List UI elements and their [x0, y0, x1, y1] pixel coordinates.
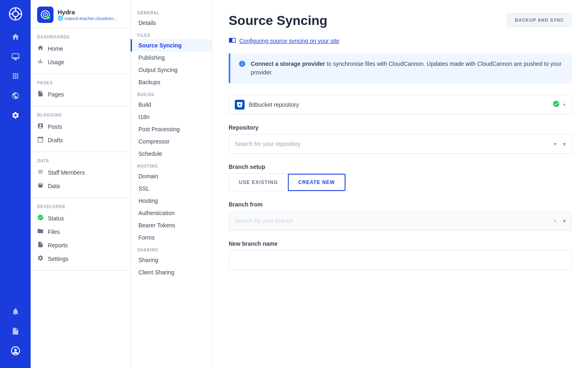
branch-tabs: USE EXISTING CREATE NEW	[229, 173, 346, 191]
nav-publishing[interactable]: Publishing	[131, 52, 212, 64]
data-label: DATA	[31, 157, 130, 166]
bitbucket-icon	[235, 100, 245, 110]
usage-icon	[37, 58, 44, 66]
dashboards-section: DASHBOARDS Home Usage	[31, 28, 130, 74]
data-icon	[37, 182, 44, 190]
main-content: Source Syncing BACKUP AND SYNC Configuri…	[212, 0, 588, 368]
sidebar-item-data[interactable]: Data	[31, 179, 130, 193]
sidebar-item-reports[interactable]: Reports	[31, 238, 130, 252]
provider-label: Bitbucket repository	[249, 101, 552, 108]
branch-from-select[interactable]: Search for your branch ▾	[229, 211, 572, 231]
builds-label: BUILDS	[131, 88, 212, 99]
staff-icon	[37, 168, 44, 176]
nav-i18n[interactable]: I18n	[131, 111, 212, 123]
general-label: GENERAL	[131, 7, 212, 17]
nav-ssl[interactable]: SSL	[131, 182, 212, 195]
reports-icon	[37, 241, 44, 249]
general-section: GENERAL Details	[131, 7, 212, 29]
nav-authentication[interactable]: Authentication	[131, 207, 212, 219]
nav-client-sharing[interactable]: Client Sharing	[131, 266, 212, 278]
provider-chevron-icon: ▾	[563, 102, 566, 108]
status-icon	[37, 214, 44, 222]
create-new-tab[interactable]: CREATE NEW	[288, 174, 345, 191]
branch-setup: Branch setup USE EXISTING CREATE NEW	[229, 164, 572, 191]
nav-compressor[interactable]: Compressor	[131, 135, 212, 148]
developer-section: DEVELOPER Status Files Reports Settings	[31, 198, 130, 271]
nav-source-syncing[interactable]: Source Syncing	[131, 39, 212, 52]
backup-sync-button[interactable]: BACKUP AND SYNC	[507, 13, 572, 27]
svg-point-10	[45, 14, 46, 16]
sidebar-item-pages[interactable]: Pages	[31, 88, 130, 101]
repository-select-wrapper: Search for your repository ▾	[229, 134, 572, 154]
sharing-label: SHARING	[131, 244, 212, 254]
nav-bell-icon[interactable]	[7, 303, 24, 321]
branch-from-group: Branch from Search for your branch ▾	[229, 201, 572, 231]
repository-group: Repository Search for your repository ▾	[229, 124, 572, 154]
repository-select[interactable]: Search for your repository ▾	[229, 134, 572, 154]
nav-post-processing[interactable]: Post Processing	[131, 123, 212, 135]
nav-sharing[interactable]: Sharing	[131, 254, 212, 266]
nav-monitor-icon[interactable]	[7, 47, 24, 65]
sidebar-item-staff[interactable]: Staff Members	[31, 166, 130, 179]
data-section: DATA Staff Members Data	[31, 152, 130, 198]
nav-globe-icon[interactable]	[7, 87, 24, 105]
branch-from-chevron-icon: ▾	[554, 218, 557, 224]
page-header: Source Syncing BACKUP AND SYNC	[229, 13, 572, 28]
branch-from-label: Branch from	[229, 201, 572, 208]
site-header: Hydra 🌐 maxed-teacher.cloudven...	[31, 0, 130, 28]
nav-grid-icon[interactable]	[7, 67, 24, 85]
settings-icon	[37, 255, 44, 263]
new-branch-label: New branch name	[229, 240, 572, 247]
sidebar-item-status[interactable]: Status	[31, 211, 130, 225]
developer-label: DEVELOPER	[31, 203, 130, 211]
site-logo	[37, 7, 53, 23]
posts-icon	[37, 123, 44, 130]
files-icon	[37, 228, 44, 236]
nav-build[interactable]: Build	[131, 99, 212, 111]
use-existing-tab[interactable]: USE EXISTING	[229, 174, 288, 191]
branch-from-wrapper: Search for your branch ▾	[229, 211, 572, 231]
nav-forms[interactable]: Forms	[131, 231, 212, 244]
site-info: Hydra 🌐 maxed-teacher.cloudven...	[58, 9, 124, 21]
provider-select[interactable]: Bitbucket repository ▾	[229, 95, 572, 114]
nav-settings-icon[interactable]	[7, 106, 24, 124]
nav-home-icon[interactable]	[7, 28, 24, 46]
home-icon	[37, 45, 44, 52]
pages-label: PAGES	[31, 79, 130, 88]
sidebar-item-posts[interactable]: Posts	[31, 120, 130, 133]
nav-domain[interactable]: Domain	[131, 170, 212, 182]
info-box: Connect a storage provider to synchronis…	[229, 53, 572, 83]
nav-output-syncing[interactable]: Output Syncing	[131, 64, 212, 76]
sidebar-item-drafts[interactable]: Drafts	[31, 133, 130, 147]
sidebar-item-settings[interactable]: Settings	[31, 252, 130, 265]
branch-setup-label: Branch setup	[229, 164, 572, 170]
nav-schedule[interactable]: Schedule	[131, 148, 212, 160]
new-branch-input[interactable]	[229, 250, 572, 270]
repository-chevron-icon: ▾	[554, 141, 557, 147]
hosting-label: HOSTING	[131, 160, 212, 170]
nav-bearer-tokens[interactable]: Bearer Tokens	[131, 219, 212, 231]
app-logo[interactable]	[7, 5, 24, 23]
sidebar: Hydra 🌐 maxed-teacher.cloudven... DASHBO…	[31, 0, 131, 368]
nav-reports-icon[interactable]	[7, 322, 24, 340]
provider-check-icon	[552, 100, 560, 109]
sidebar-item-home[interactable]: Home	[31, 42, 130, 55]
page-title: Source Syncing	[229, 13, 327, 28]
builds-section: BUILDS Build I18n Post Processing Compre…	[131, 88, 212, 160]
nav-backups[interactable]: Backups	[131, 76, 212, 88]
sidebar-item-files[interactable]: Files	[31, 225, 130, 238]
dashboards-label: DASHBOARDS	[31, 33, 130, 42]
site-url[interactable]: 🌐 maxed-teacher.cloudven...	[58, 16, 124, 21]
nav-account-icon[interactable]	[7, 342, 24, 360]
repository-label: Repository	[229, 124, 572, 131]
hosting-section: HOSTING Domain SSL Hosting Authenticatio…	[131, 160, 212, 244]
sidebar-item-usage[interactable]: Usage	[31, 55, 130, 69]
middle-nav: GENERAL Details FILES Source Syncing Pub…	[131, 0, 212, 368]
pages-icon	[37, 90, 44, 98]
help-link[interactable]: Configuring source syncing on your site	[229, 36, 572, 45]
icon-nav	[0, 0, 31, 368]
blogging-label: BLOGGING	[31, 111, 130, 120]
nav-details[interactable]: Details	[131, 17, 212, 29]
nav-hosting[interactable]: Hosting	[131, 195, 212, 207]
book-icon	[229, 36, 236, 45]
